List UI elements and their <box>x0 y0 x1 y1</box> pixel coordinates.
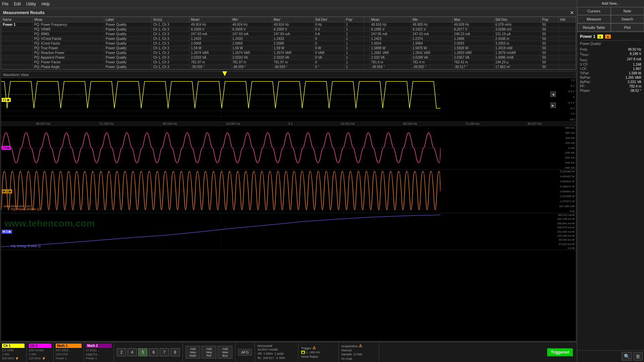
table-cell-2-1: PQ: IRMS <box>33 32 104 37</box>
table-cell-5-6: 1.59 W <box>272 46 314 51</box>
close-button[interactable]: ✕ <box>570 10 574 15</box>
col-std: Std Dev <box>494 17 541 22</box>
time-label-8: 72.155 ms <box>465 122 479 125</box>
add-new-bar: Add New... <box>577 0 644 7</box>
menu-edit[interactable]: Edit <box>14 2 21 6</box>
acquisition-detail: Manual, Sample: 12 bits 51 Acqs <box>341 348 376 361</box>
add-new-bus-btn[interactable]: AddNewBus <box>218 346 232 359</box>
appwr-label: ApPwr: <box>580 80 591 84</box>
phase-label: Phase: <box>580 89 590 93</box>
col-meas: Meas <box>33 17 104 22</box>
table-cell-0-13: 6.078 mHz <box>494 22 541 27</box>
math1-expr: Ch1*Ch3 <box>56 353 68 356</box>
table-cell-6-15 <box>558 51 576 55</box>
table-cell-3-13: 2.4166 m <box>494 37 541 41</box>
table-cell-0-15 <box>558 22 576 27</box>
repwr-label: RePwr: <box>580 76 591 79</box>
table-cell-5-1: PQ: True Power <box>33 46 104 51</box>
vrms-value: 8.196 V <box>630 52 641 57</box>
math1-panel: M 1 ▶ PQ: Power (Power 1) www.tehencom.c… <box>1 170 576 213</box>
math2-y6: 143.445 ms·W <box>557 234 575 237</box>
pq-power-label: PQ: Power (Power 1) <box>11 207 40 211</box>
table-cell-2-2: Power Quality <box>104 32 152 37</box>
table-cell-5-9 <box>364 46 370 51</box>
ch3-y8: -300 mA <box>565 161 575 164</box>
table-cell-9-15 <box>558 65 576 69</box>
math1-name-badge: Math 1 <box>56 344 82 348</box>
trpwr-value: 1.589 W <box>629 71 641 75</box>
afg-button[interactable]: AFG <box>238 349 252 356</box>
math2-expr: intg(Ch1... <box>86 353 100 356</box>
sidebar-row3: Results Table Plot <box>577 23 644 32</box>
ch1-panel: C1 ▶ 7.5 5 V <box>1 78 576 122</box>
table-cell-4-6: 2.0068 <box>272 41 314 46</box>
measurement-results-title: Measurement Results <box>3 10 45 15</box>
sidebar-icons: 🔍 🗑 <box>577 350 644 362</box>
plot-btn[interactable]: Plot <box>611 23 644 32</box>
table-row: PQ: ICrest FactorPower QualityCh 1, Ch 3… <box>1 41 576 46</box>
table-cell-1-2: Power Quality <box>104 27 152 32</box>
add-new-math-btn[interactable]: AddNewMath <box>185 346 200 359</box>
table-row: PQ: Apparent PowerPower QualityCh 1, Ch … <box>1 55 576 60</box>
table-cell-3-15 <box>558 37 576 41</box>
trigger-marker <box>222 71 227 76</box>
menu-utility[interactable]: Utility <box>26 2 36 6</box>
table-cell-6-11: 1.2641 VAR <box>411 51 452 55</box>
time-label-7: 48.103 ms <box>403 122 417 125</box>
ch-btn-2[interactable]: 2 <box>117 348 126 356</box>
note-btn[interactable]: Note <box>611 7 644 15</box>
vcf-value: 1.248 <box>633 63 641 66</box>
math1-waveform <box>1 170 440 213</box>
table-row: Power 1PQ: Power FrequencyPower QualityC… <box>1 22 576 27</box>
ch-btn-7[interactable]: 7 <box>160 348 169 356</box>
ch-btn-5[interactable]: 5 <box>138 348 148 356</box>
table-cell-7-11: 2.0298 VA <box>411 55 452 60</box>
table-cell-6-1: PQ: Reactive Power <box>33 51 104 55</box>
main-area: File Edit Utility Help Measurement Resul… <box>0 0 577 362</box>
table-cell-1-11: 8.1921 V <box>411 27 452 32</box>
triggered-button[interactable]: Triggered <box>547 348 573 356</box>
col-label: Label <box>104 17 152 22</box>
table-cell-4-5: 2.0068 <box>231 41 272 46</box>
ch1-y2: 5 V <box>568 84 575 87</box>
ch1-scroll2[interactable]: ▶ <box>550 103 556 108</box>
ch1-y6: -5 V <box>568 107 575 110</box>
table-cell-8-0 <box>1 60 33 65</box>
table-cell-4-7: 0 <box>314 41 344 46</box>
math1-y7: 1.275271 W <box>559 200 575 203</box>
ch-btn-6[interactable]: 6 <box>149 348 158 356</box>
table-cell-7-12: 2.0367 VA <box>452 55 494 60</box>
menu-file[interactable]: File <box>2 2 8 6</box>
table-cell-0-11: 49.905 Hz <box>411 22 452 27</box>
icf-value: 1.997 <box>633 67 641 71</box>
table-cell-4-8: 1 <box>344 41 364 46</box>
menu-bar: File Edit Utility Help <box>0 0 577 8</box>
ch-btn-8[interactable]: 8 <box>170 348 180 356</box>
table-cell-7-1: PQ: Apparent Power <box>33 55 104 60</box>
math1-y9: 0 W <box>559 210 575 213</box>
cursors-btn[interactable]: Cursors <box>577 7 611 15</box>
acq-warning-icon: ⚠ <box>359 344 362 348</box>
zoom-icon-btn[interactable]: 🔍 <box>622 352 632 361</box>
math2-panel: M 2 ▶ PQ: Energy (Power 1) www.tehencom.… <box>1 213 576 250</box>
ch3-y6: -100 mA <box>565 151 575 154</box>
menu-help[interactable]: Help <box>41 2 50 6</box>
search-btn[interactable]: Search <box>611 15 644 23</box>
table-cell-4-14: 50 <box>541 41 558 46</box>
math1-y-labels: 5.101083 W 4.463427 W 3.825812 W 3.18817… <box>559 170 575 213</box>
table-cell-0-3: Ch 1, Ch 3 <box>152 22 190 27</box>
table-cell-2-11: 247.63 mA <box>411 32 452 37</box>
measure-btn[interactable]: Measure <box>577 15 611 23</box>
trpwr-label: TrPwr: <box>580 71 590 75</box>
table-cell-0-1: PQ: Power Frequency <box>33 22 104 27</box>
table-cell-5-4: 1.59 W <box>190 46 231 51</box>
results-table-btn[interactable]: Results Table <box>577 23 611 32</box>
table-cell-9-1: PQ: Phase Angle <box>33 65 104 69</box>
ch-btn-4[interactable]: 4 <box>127 348 137 356</box>
table-cell-0-9 <box>364 22 370 27</box>
delete-icon-btn[interactable]: 🗑 <box>633 352 643 361</box>
col-pop: Pop <box>541 17 558 22</box>
ch1-scroll[interactable]: ◀ <box>550 92 556 97</box>
add-new-ref-btn[interactable]: AddNewRef <box>202 346 216 359</box>
time-label-3: -48.103 ms <box>162 122 177 125</box>
